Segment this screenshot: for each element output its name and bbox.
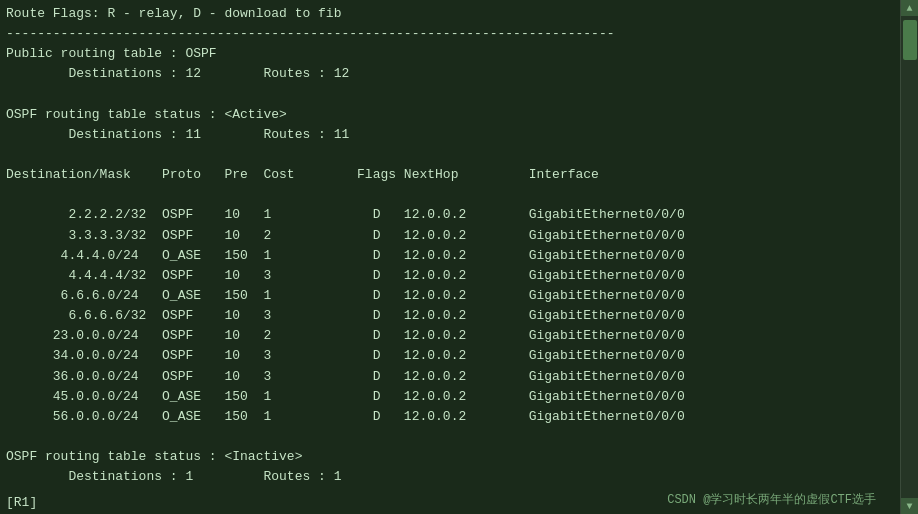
scroll-up-arrow[interactable]: ▲ <box>901 0 919 16</box>
terminal-line <box>6 145 894 165</box>
terminal-line: Destinations : 1 Routes : 1 <box>6 467 894 487</box>
terminal-line: 36.0.0.0/24 OSPF 10 3 D 12.0.0.2 Gigabit… <box>6 367 894 387</box>
scrollbar[interactable]: ▲ ▼ <box>900 0 918 514</box>
terminal-line: ----------------------------------------… <box>6 24 894 44</box>
terminal-line: 4.4.4.0/24 O_ASE 150 1 D 12.0.0.2 Gigabi… <box>6 246 894 266</box>
watermark-text: CSDN @学习时长两年半的虚假CTF选手 <box>667 491 876 510</box>
terminal-line: Route Flags: R - relay, D - download to … <box>6 4 894 24</box>
terminal-line: Destination/Mask Proto Pre Cost Flags Ne… <box>6 165 894 185</box>
terminal-line: 45.0.0.0/24 O_ASE 150 1 D 12.0.0.2 Gigab… <box>6 387 894 407</box>
terminal-line <box>6 427 894 447</box>
scroll-down-arrow[interactable]: ▼ <box>901 498 919 514</box>
terminal-line <box>6 185 894 205</box>
terminal-line: 6.6.6.0/24 O_ASE 150 1 D 12.0.0.2 Gigabi… <box>6 286 894 306</box>
terminal-line: 6.6.6.6/32 OSPF 10 3 D 12.0.0.2 GigabitE… <box>6 306 894 326</box>
terminal-line: 3.3.3.3/32 OSPF 10 2 D 12.0.0.2 GigabitE… <box>6 226 894 246</box>
terminal-prompt: [R1] <box>6 493 37 513</box>
terminal-line: 4.4.4.4/32 OSPF 10 3 D 12.0.0.2 GigabitE… <box>6 266 894 286</box>
terminal-window: Route Flags: R - relay, D - download to … <box>0 0 900 514</box>
terminal-line <box>6 85 894 105</box>
terminal-line: Destinations : 11 Routes : 11 <box>6 125 894 145</box>
terminal-line: 34.0.0.0/24 OSPF 10 3 D 12.0.0.2 Gigabit… <box>6 346 894 366</box>
scrollbar-track[interactable] <box>901 16 919 498</box>
scrollbar-thumb[interactable] <box>903 20 917 60</box>
terminal-line: 56.0.0.0/24 O_ASE 150 1 D 12.0.0.2 Gigab… <box>6 407 894 427</box>
terminal-line: Destinations : 12 Routes : 12 <box>6 64 894 84</box>
terminal-line: Public routing table : OSPF <box>6 44 894 64</box>
terminal-line: 23.0.0.0/24 OSPF 10 2 D 12.0.0.2 Gigabit… <box>6 326 894 346</box>
terminal-line: 2.2.2.2/32 OSPF 10 1 D 12.0.0.2 GigabitE… <box>6 205 894 225</box>
terminal-line: OSPF routing table status : <Inactive> <box>6 447 894 467</box>
terminal-line: OSPF routing table status : <Active> <box>6 105 894 125</box>
